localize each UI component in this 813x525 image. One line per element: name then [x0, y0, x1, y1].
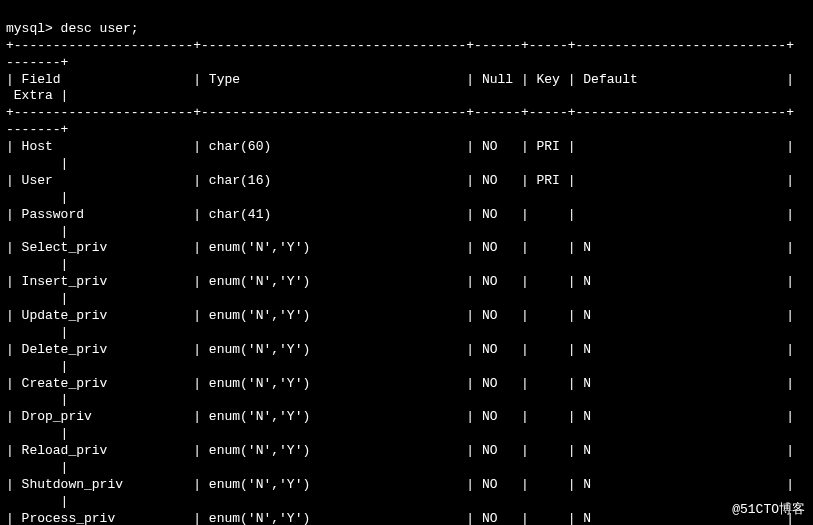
border-line: +-----------------------+---------------… [6, 105, 794, 120]
header-line: | Field | Type | Null | Key | Default | [6, 72, 794, 87]
border-line: +-----------------------+---------------… [6, 38, 794, 53]
border-wrap: -------+ [6, 55, 68, 70]
header-wrap: Extra | [6, 88, 68, 103]
sql-command: desc user; [61, 21, 139, 36]
border-wrap: -------+ [6, 122, 68, 137]
terminal-output: mysql> desc user; +---------------------… [0, 0, 813, 525]
mysql-prompt: mysql> [6, 21, 61, 36]
table-rows: | Host | char(60) | NO | PRI | | | | Use… [6, 139, 807, 525]
watermark: @51CTO博客 [732, 502, 805, 519]
